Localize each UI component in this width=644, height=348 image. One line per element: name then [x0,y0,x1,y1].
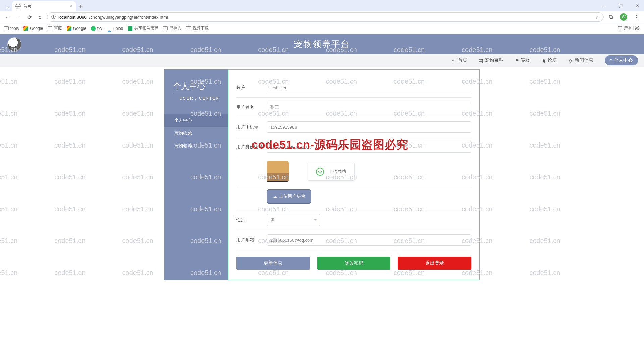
address-bar[interactable]: ⓘ localhost:8080/chongwulingyangpingtai/… [47,12,604,22]
site-info-icon[interactable]: ⓘ [51,14,56,20]
update-info-button[interactable]: 更新信息 [236,257,310,270]
account-label: 账户 [236,84,267,91]
favicon-icon [128,26,132,31]
close-icon[interactable]: × [70,4,72,9]
sidebar-title: 个人中心 [164,81,228,94]
bookmark-item[interactable]: 视频下载 [186,25,209,31]
folder-icon [163,26,168,30]
book-icon: ▤ [479,58,483,63]
idcard-label: 用户身份证号 [236,144,267,150]
browser-tab[interactable]: 首页 × [12,1,76,11]
main-nav: ⌂首页 ▤宠物百科 ⚑宠物 ◉论坛 ◇新闻信息 ᕀ个人中心 [0,54,644,67]
sidebar-item-user-center[interactable]: 个人中心 [164,114,228,127]
back-button[interactable]: ← [4,13,11,21]
flag-icon: ⚑ [515,58,520,63]
bookmark-item[interactable]: 共享账号密码 [128,25,158,31]
new-tab-button[interactable]: + [76,1,86,11]
nav-pets[interactable]: ⚑宠物 [515,57,530,63]
gender-label: 性别 [236,217,267,223]
browser-toolbar: ← → ⟳ ⌂ ⓘ localhost:8080/chongwulingyang… [0,11,644,23]
cloud-icon: ☁ [107,28,112,28]
favicon-icon [91,26,96,31]
browser-tab-strip: ⌄ 首页 × + — ▢ ✕ [0,0,644,11]
change-password-button[interactable]: 修改密码 [317,257,391,270]
bookmark-item[interactable]: ☁uplod [107,26,123,31]
window-minimize-button[interactable]: — [599,3,608,8]
account-input[interactable] [267,82,471,93]
bookmark-item[interactable]: 已导入 [163,25,181,31]
form-panel: 账户 用户姓名 用户手机号 用户身份证号 上传成功 [228,69,480,280]
reload-button[interactable]: ⟳ [25,13,33,21]
email-input[interactable] [267,234,471,246]
google-icon [23,26,28,31]
nav-news[interactable]: ◇新闻信息 [569,57,593,63]
user-icon: ᕀ [610,58,612,63]
extensions-icon[interactable]: ⧉ [607,13,614,21]
folder-icon [48,26,52,30]
folder-icon [4,26,9,30]
email-label: 用户邮箱 [236,237,267,243]
sidebar: 个人中心 USER / CENTER 个人中心 宠物收藏 宠物领养 [164,69,228,280]
nav-home[interactable]: ⌂首页 [452,57,467,63]
site-logo[interactable] [7,37,21,51]
globe-icon [15,4,21,9]
kebab-menu-icon[interactable]: ⋮ [633,13,640,21]
bookmark-item[interactable]: 宝藏 [48,25,62,31]
page-header: 宠物领养平台 [0,34,644,54]
tab-dropdown-icon[interactable]: ⌄ [3,2,12,11]
bookmark-item[interactable]: txy [91,26,102,31]
bookmark-bar: tools Google 宝藏 Google txy ☁uplod 共享账号密码… [0,23,644,34]
nav-forum[interactable]: ◉论坛 [542,57,557,63]
tag-icon: ◇ [569,58,573,63]
gender-select[interactable]: 男 [267,214,320,226]
logout-button[interactable]: 退出登录 [398,257,471,270]
window-close-button[interactable]: ✕ [633,3,642,8]
url-host: localhost:8080 [58,15,87,20]
window-maximize-button[interactable]: ▢ [616,3,625,8]
upload-avatar-button[interactable]: ☁ 上传用户头像 [267,189,311,204]
url-path: /chongwulingyangpingtai/front/index.html [89,15,168,20]
home-icon: ⌂ [452,58,457,63]
name-label: 用户姓名 [236,104,267,110]
toast-text: 上传成功 [329,169,346,175]
avatar-preview [267,161,289,182]
sidebar-item-adoption[interactable]: 宠物领养 [164,139,228,152]
nav-user-center[interactable]: ᕀ个人中心 [605,55,638,65]
cursor-icon: ⬚ [235,213,239,219]
bookmark-star-icon[interactable]: ☆ [595,15,599,20]
sidebar-item-collection[interactable]: 宠物收藏 [164,127,228,139]
cloud-upload-icon: ☁ [273,194,277,199]
smile-icon [316,168,324,176]
phone-label: 用户手机号 [236,124,267,130]
sidebar-subtitle: USER / CENTER [164,96,228,101]
name-input[interactable] [267,102,471,113]
bookmark-item[interactable]: Google [23,26,43,31]
page-title: 宠物领养平台 [294,38,350,50]
all-bookmarks-button[interactable]: 所有书签 [618,25,640,31]
globe-icon: ◉ [542,58,546,63]
bookmark-item[interactable]: Google [67,26,86,31]
google-icon [67,26,71,31]
tab-title: 首页 [23,4,67,9]
phone-input[interactable] [267,121,471,133]
folder-icon [618,26,622,30]
folder-icon [186,26,191,30]
forward-button: → [15,13,22,21]
upload-success-toast: 上传成功 [308,163,355,181]
profile-avatar[interactable]: W [620,13,627,21]
home-button[interactable]: ⌂ [36,13,44,21]
divider [173,94,193,94]
idcard-input[interactable] [267,141,471,153]
nav-wiki[interactable]: ▤宠物百科 [479,57,503,63]
bookmark-item[interactable]: tools [4,26,19,31]
